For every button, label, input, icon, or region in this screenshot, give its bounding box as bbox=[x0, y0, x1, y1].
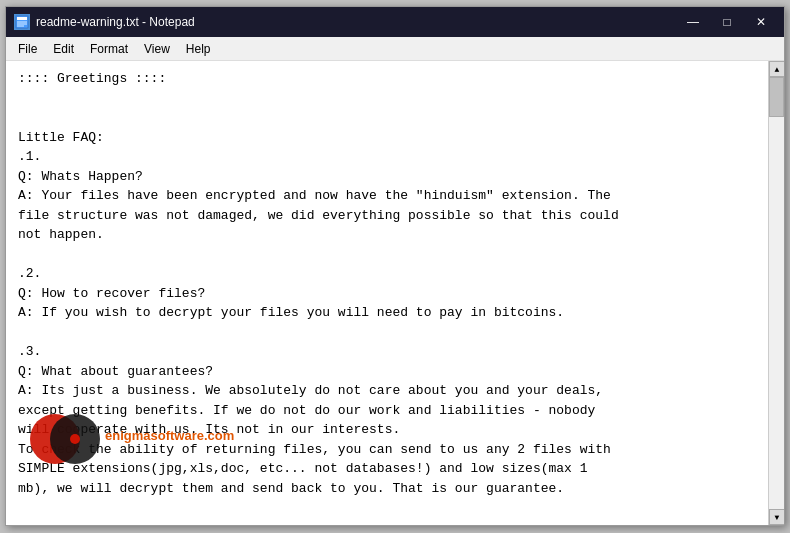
close-button[interactable]: ✕ bbox=[746, 12, 776, 32]
scroll-up-button[interactable]: ▲ bbox=[769, 61, 784, 77]
maximize-button[interactable]: □ bbox=[712, 12, 742, 32]
menu-view[interactable]: View bbox=[136, 40, 178, 58]
title-bar: readme-warning.txt - Notepad — □ ✕ bbox=[6, 7, 784, 37]
menu-bar: File Edit Format View Help bbox=[6, 37, 784, 61]
window-controls: — □ ✕ bbox=[678, 12, 776, 32]
menu-edit[interactable]: Edit bbox=[45, 40, 82, 58]
menu-file[interactable]: File bbox=[10, 40, 45, 58]
svg-rect-1 bbox=[17, 17, 27, 20]
menu-help[interactable]: Help bbox=[178, 40, 219, 58]
content-area: :::: Greetings :::: Little FAQ: .1. Q: W… bbox=[6, 61, 784, 525]
scroll-track[interactable] bbox=[769, 77, 784, 509]
window-title: readme-warning.txt - Notepad bbox=[36, 15, 195, 29]
text-editor[interactable]: :::: Greetings :::: Little FAQ: .1. Q: W… bbox=[6, 61, 768, 525]
menu-format[interactable]: Format bbox=[82, 40, 136, 58]
minimize-button[interactable]: — bbox=[678, 12, 708, 32]
scroll-down-button[interactable]: ▼ bbox=[769, 509, 784, 525]
scrollbar[interactable]: ▲ ▼ bbox=[768, 61, 784, 525]
window-icon bbox=[14, 14, 30, 30]
scroll-thumb[interactable] bbox=[769, 77, 784, 117]
